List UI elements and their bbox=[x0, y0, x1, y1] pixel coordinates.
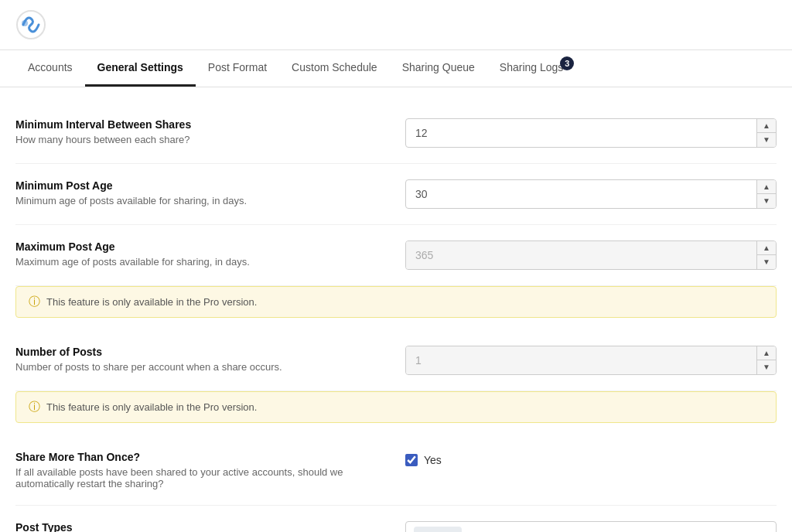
pro-notice-text-num-posts: This feature is only available in the Pr… bbox=[46, 401, 257, 413]
share-more-desc: If all available posts have been shared … bbox=[15, 466, 390, 489]
setting-row-num-posts: Number of PostsNumber of posts to share … bbox=[15, 330, 777, 391]
spin-down-min-interval[interactable]: ▼ bbox=[757, 133, 776, 147]
number-input-min-interval[interactable] bbox=[406, 119, 756, 147]
settings-content: Minimum Interval Between SharesHow many … bbox=[0, 87, 792, 532]
setting-desc-min-post-age: Minimum age of posts available for shari… bbox=[15, 195, 390, 206]
spin-up-num-posts[interactable]: ▲ bbox=[757, 346, 776, 360]
setting-label-col-min-interval: Minimum Interval Between SharesHow many … bbox=[15, 118, 405, 145]
setting-row-share-more: Share More Than Once?If all available po… bbox=[15, 435, 777, 506]
spin-buttons-max-post-age: ▲▼ bbox=[756, 241, 776, 269]
setting-label-min-interval: Minimum Interval Between Shares bbox=[15, 118, 390, 131]
tab-general-settings[interactable]: General Settings bbox=[85, 50, 196, 87]
tab-accounts[interactable]: Accounts bbox=[15, 50, 85, 87]
pro-notice-wrapper-num-posts: ⓘThis feature is only available in the P… bbox=[15, 391, 777, 435]
share-more-checkbox-row: Yes bbox=[405, 451, 777, 466]
setting-desc-min-interval: How many hours between each share? bbox=[15, 134, 390, 145]
setting-label-col-min-post-age: Minimum Post AgeMinimum age of posts ava… bbox=[15, 179, 405, 206]
svg-point-1 bbox=[22, 20, 28, 26]
tab-post-format[interactable]: Post Format bbox=[196, 50, 279, 87]
setting-row-post-types: Post TypesWhich post types should Revive… bbox=[15, 506, 777, 532]
share-more-label: Share More Than Once? bbox=[15, 451, 390, 463]
spin-buttons-min-post-age: ▲▼ bbox=[756, 180, 776, 208]
spin-down-max-post-age[interactable]: ▼ bbox=[757, 255, 776, 269]
info-icon: ⓘ bbox=[29, 400, 40, 414]
share-more-control: Yes bbox=[405, 451, 777, 466]
post-type-tag: Posts × bbox=[414, 527, 462, 532]
post-types-label-col: Post TypesWhich post types should Revive… bbox=[15, 521, 405, 532]
share-more-checkbox-label: Yes bbox=[424, 454, 442, 466]
post-types-tag-container[interactable]: Posts × bbox=[405, 521, 777, 532]
setting-control-min-interval: ▲▼ bbox=[405, 118, 777, 148]
post-types-label: Post Types bbox=[15, 521, 390, 532]
pro-notice-num-posts: ⓘThis feature is only available in the P… bbox=[15, 391, 777, 423]
number-wrapper-min-interval: ▲▼ bbox=[405, 118, 777, 148]
share-more-label-col: Share More Than Once?If all available po… bbox=[15, 451, 405, 489]
info-icon: ⓘ bbox=[29, 295, 40, 309]
setting-row-max-post-age: Maximum Post AgeMaximum age of posts ava… bbox=[15, 225, 777, 286]
setting-control-num-posts: ▲▼ bbox=[405, 346, 777, 375]
spin-up-max-post-age[interactable]: ▲ bbox=[757, 241, 776, 255]
number-input-num-posts bbox=[406, 346, 756, 374]
number-input-min-post-age[interactable] bbox=[406, 180, 756, 208]
setting-label-col-max-post-age: Maximum Post AgeMaximum age of posts ava… bbox=[15, 240, 405, 268]
number-wrapper-min-post-age: ▲▼ bbox=[405, 179, 777, 209]
number-wrapper-max-post-age: ▲▼ bbox=[405, 240, 777, 270]
setting-row-min-post-age: Minimum Post AgeMinimum age of posts ava… bbox=[15, 164, 777, 225]
spin-up-min-interval[interactable]: ▲ bbox=[757, 119, 776, 133]
setting-control-min-post-age: ▲▼ bbox=[405, 179, 777, 209]
share-more-checkbox[interactable] bbox=[405, 454, 418, 466]
setting-label-min-post-age: Minimum Post Age bbox=[15, 179, 390, 192]
number-input-max-post-age bbox=[406, 241, 756, 269]
setting-label-max-post-age: Maximum Post Age bbox=[15, 240, 390, 253]
setting-label-col-num-posts: Number of PostsNumber of posts to share … bbox=[15, 346, 405, 373]
pro-notice-wrapper-max-post-age: ⓘThis feature is only available in the P… bbox=[15, 286, 777, 330]
spin-down-num-posts[interactable]: ▼ bbox=[757, 360, 776, 374]
spin-down-min-post-age[interactable]: ▼ bbox=[757, 194, 776, 208]
spin-up-min-post-age[interactable]: ▲ bbox=[757, 180, 776, 194]
spin-buttons-num-posts: ▲▼ bbox=[756, 346, 776, 374]
pro-notice-max-post-age: ⓘThis feature is only available in the P… bbox=[15, 286, 777, 318]
setting-label-num-posts: Number of Posts bbox=[15, 346, 390, 358]
tabs-bar: AccountsGeneral SettingsPost FormatCusto… bbox=[0, 50, 792, 87]
setting-row-min-interval: Minimum Interval Between SharesHow many … bbox=[15, 103, 777, 164]
spin-buttons-min-interval: ▲▼ bbox=[756, 119, 776, 147]
pro-notice-text-max-post-age: This feature is only available in the Pr… bbox=[46, 296, 257, 308]
post-types-control: Posts × bbox=[405, 521, 777, 532]
app-logo-icon bbox=[15, 9, 46, 40]
tab-sharing-queue[interactable]: Sharing Queue bbox=[390, 50, 487, 87]
app-header bbox=[0, 0, 792, 50]
tab-custom-schedule[interactable]: Custom Schedule bbox=[279, 50, 390, 87]
number-wrapper-num-posts: ▲▼ bbox=[405, 346, 777, 375]
setting-desc-num-posts: Number of posts to share per account whe… bbox=[15, 361, 390, 373]
setting-desc-max-post-age: Maximum age of posts available for shari… bbox=[15, 256, 390, 268]
tab-badge-sharing-logs: 3 bbox=[560, 56, 574, 70]
setting-control-max-post-age: ▲▼ bbox=[405, 240, 777, 270]
tab-sharing-logs[interactable]: Sharing Logs3 bbox=[487, 50, 576, 87]
